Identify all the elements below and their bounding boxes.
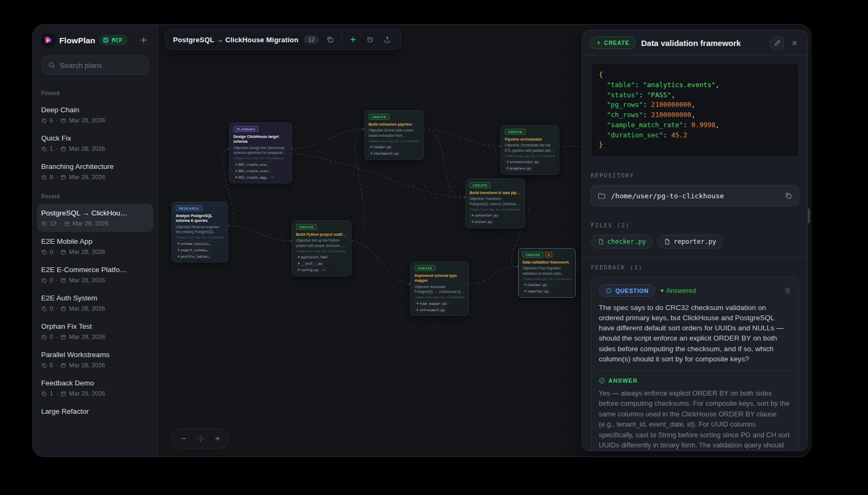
trash-icon[interactable]	[784, 287, 791, 294]
node-title: Design ClickHouse target schema	[233, 134, 288, 144]
plan-meta: 1·Mar 28, 2026	[41, 145, 149, 152]
node-file-chip: introspect.py	[415, 307, 447, 312]
search-input[interactable]	[60, 61, 142, 69]
detail-panel-header: CREATE Data validation framework	[582, 30, 808, 56]
close-icon[interactable]	[787, 36, 801, 50]
section-label: Pinned	[33, 82, 158, 100]
canvas-node[interactable]: PLANNINGDesign ClickHouse target schemaO…	[229, 122, 292, 183]
node-title: Data validation framework	[522, 260, 572, 265]
node-repo-path: /home/user/pg-to-clickhouse	[470, 208, 521, 211]
sidebar-item[interactable]: PostgreSQL → ClickHou…12·Mar 28, 2026	[37, 204, 153, 232]
plan-date: Mar 28, 2026	[69, 334, 105, 340]
lightning-icon	[596, 40, 601, 45]
plan-count: 1	[50, 390, 53, 397]
file-chip[interactable]: checker.py	[591, 235, 653, 249]
search-box[interactable]	[41, 56, 149, 75]
chat-icon	[606, 288, 612, 294]
file-chip[interactable]: reporter.py	[657, 235, 723, 249]
stack-icon	[41, 174, 47, 180]
node-repo-path: /home/user/pg-to-clickhouse	[522, 277, 572, 281]
status-dot	[661, 289, 663, 292]
sidebar-item[interactable]: Large Refactor	[37, 402, 153, 421]
sidebar-item[interactable]: Parallel Workstreams6·Mar 28, 2026	[37, 345, 153, 374]
node-file-chips: pyproject.toml__init__.pyconfig.py+1	[296, 254, 347, 273]
canvas-node[interactable]: CREATEPipeline orchestratorObjective Orc…	[501, 125, 559, 175]
canvas-node[interactable]: CREATE1Data validation frameworkObjectiv…	[518, 248, 576, 298]
node-objective: Objective Set up the Python project with…	[296, 238, 347, 248]
duplicate-plan-icon[interactable]	[324, 34, 336, 45]
zoom-in-button[interactable]	[209, 430, 225, 446]
meta-dot-separator: ·	[56, 390, 58, 397]
plan-count: 1	[50, 145, 53, 152]
node-repo-path: /home/user/pg-to-clickhouse	[369, 140, 420, 143]
plan-meta: 0·Mar 28, 2026	[41, 334, 149, 340]
sidebar-item[interactable]: E2E Auth System0·Mar 28, 2026	[37, 289, 153, 317]
file-status-dot	[417, 309, 418, 311]
export-icon[interactable]	[381, 34, 393, 45]
node-kind-badge: CREATE	[505, 129, 526, 135]
app-title: FlowPlan	[59, 36, 95, 45]
node-objective: Objective Orchestrate the full ETL pipel…	[505, 143, 555, 152]
canvas-node[interactable]: CREATEBuild extraction pipelineObjective…	[364, 110, 424, 160]
edit-icon[interactable]	[770, 36, 784, 50]
zoom-out-button[interactable]	[175, 430, 191, 446]
node-repo-path: /home/user/pg-to-clickhouse	[505, 154, 555, 158]
copy-path-icon[interactable]	[785, 192, 792, 199]
node-title: Implement schema type mapper	[415, 273, 465, 283]
file-name: type_mapper.py	[420, 301, 447, 305]
plan-date: Mar 28, 2026	[69, 277, 105, 283]
sidebar-item[interactable]: E2E E-Commerce Platfo…0·Mar 28, 2026	[37, 260, 153, 289]
file-status-dot	[236, 164, 237, 165]
add-node-button[interactable]	[347, 34, 359, 45]
plan-date: Mar 28, 2026	[69, 362, 105, 368]
file-status-dot	[178, 256, 179, 257]
search-icon	[48, 61, 56, 69]
new-plan-button[interactable]	[137, 34, 150, 47]
sidebar-item[interactable]: Orphan Fix Test0·Mar 28, 2026	[37, 317, 153, 345]
sidebar-item[interactable]: Branching Architecture8·Mar 28, 2026	[37, 157, 153, 185]
check-circle-icon	[599, 377, 605, 384]
file-status-dot	[298, 256, 300, 258]
node-objective: Objective Automatic PostgreSQL → ClickHo…	[415, 284, 465, 294]
repository-path: /home/user/pg-to-clickhouse	[611, 192, 779, 200]
question-badge-label: QUESTION	[615, 288, 648, 294]
calendar-icon	[64, 221, 70, 227]
history-icon[interactable]	[364, 34, 376, 45]
sidebar-item[interactable]: Quick Fix1·Mar 28, 2026	[37, 129, 153, 157]
sidebar-sections: PinnedDeep Chain6·Mar 28, 2026Quick Fix1…	[33, 82, 158, 421]
plan-count: 0	[50, 305, 53, 312]
plan-meta: 6·Mar 28, 2026	[41, 362, 149, 368]
node-repo-path: /home/user/pg-to-clickhouse	[176, 236, 224, 239]
scrollbar-thumb[interactable]	[808, 208, 810, 223]
code-line: "sample_match_rate": 0.9998,	[599, 120, 791, 130]
node-feedback-count: 1	[545, 252, 552, 258]
file-status-dot	[371, 152, 372, 154]
node-file-chip: schema_analysi…	[176, 241, 212, 246]
meta-dot-separator: ·	[59, 220, 61, 227]
check-circle-icon	[103, 37, 109, 43]
node-kind-badge: CREATE	[470, 182, 490, 188]
sidebar-item[interactable]: E2E Mobile App0·Mar 28, 2026	[37, 232, 153, 260]
stack-icon	[41, 221, 47, 227]
file-name: 003_create_agg…	[239, 175, 268, 179]
answered-status: Answered	[661, 287, 696, 295]
canvas-node[interactable]: CREATEBuild Python project scaffoldObjec…	[292, 220, 351, 276]
stack-icon	[41, 334, 47, 340]
canvas-node[interactable]: CREATEBuild transform & load pipelineObj…	[465, 179, 525, 228]
sidebar-item[interactable]: Deep Chain6·Mar 28, 2026	[37, 100, 153, 129]
calendar-icon	[60, 277, 66, 283]
file-chip-name: checker.py	[607, 238, 646, 245]
plan-count: 8	[50, 174, 53, 180]
node-file-chip: type_mapper.py	[415, 300, 449, 306]
calendar-icon	[60, 334, 66, 340]
canvas-node[interactable]: RESEARCHAnalyze PostgreSQL schema & quer…	[171, 202, 228, 262]
sidebar-item[interactable]: Feedback Demo1·Mar 28, 2026	[37, 374, 153, 402]
files-label: FILES (2)	[591, 222, 799, 229]
app-window: FlowPlan MCP PinnedDeep Chain6·Mar 28, 2…	[32, 24, 811, 457]
node-count-badge: 12	[304, 35, 319, 44]
extra-files-count: +1	[322, 268, 325, 272]
node-file-chips: type_mapper.pyintrospect.py	[415, 300, 465, 312]
canvas-node[interactable]: CREATEImplement schema type mapperObject…	[410, 261, 469, 316]
file-chip-name: reporter.py	[674, 238, 716, 245]
fit-view-button[interactable]	[192, 430, 208, 446]
